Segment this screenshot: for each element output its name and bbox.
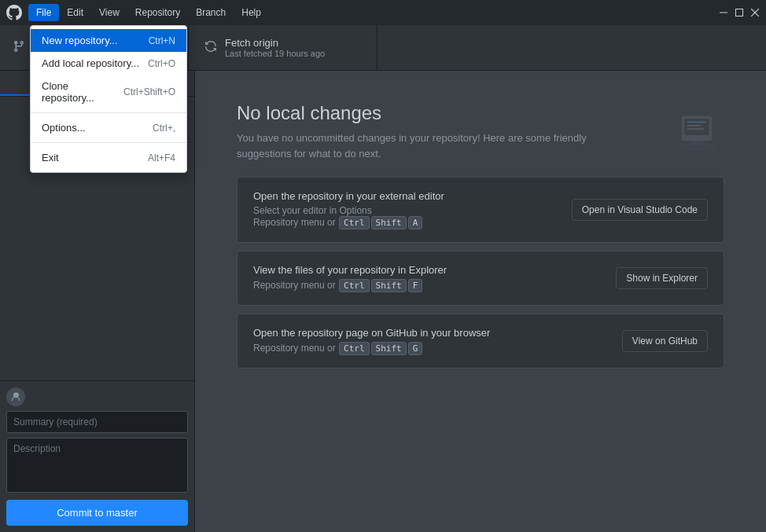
menu-repository[interactable]: Repository <box>127 4 188 21</box>
minimize-button[interactable] <box>719 8 728 17</box>
suggestion-explorer-hint: Repository menu or CtrlShiftF <box>253 279 447 292</box>
fetch-title: Fetch origin <box>225 37 325 49</box>
no-changes-description: You have no uncommitted changes in your … <box>237 130 614 161</box>
fetch-icon <box>204 40 217 55</box>
fetch-info: Fetch origin Last fetched 19 hours ago <box>225 37 325 58</box>
kbd-shift-2: Shift <box>371 279 407 292</box>
menu-divider-1 <box>31 112 186 113</box>
svg-rect-10 <box>690 141 704 144</box>
suggestion-editor-info: Open the repository in your external edi… <box>253 190 444 229</box>
illustration-icon <box>669 102 724 157</box>
menu-divider-2 <box>31 142 186 143</box>
kbd-ctrl: Ctrl <box>339 216 370 229</box>
open-editor-button[interactable]: Open in Visual Studio Code <box>572 199 708 221</box>
commit-description-input[interactable] <box>6 438 188 493</box>
menu-clone[interactable]: Clone repository... Ctrl+Shift+O <box>31 75 186 109</box>
svg-rect-9 <box>687 128 704 130</box>
options-link[interactable]: Options <box>339 205 371 216</box>
suggestion-editor-hint: Select your editor in Options Repository… <box>253 205 444 229</box>
no-changes-title: No local changes <box>237 102 614 124</box>
menu-add-local[interactable]: Add local repository... Ctrl+O <box>31 52 186 75</box>
title-bar-controls <box>719 8 760 17</box>
svg-rect-11 <box>687 144 707 146</box>
suggestion-editor: Open the repository in your external edi… <box>237 177 724 243</box>
commit-author-row <box>6 387 188 406</box>
kbd-shift-3: Shift <box>371 342 407 355</box>
menu-view[interactable]: View <box>91 4 127 21</box>
clone-label: Clone repository... <box>42 80 123 104</box>
close-button[interactable] <box>750 8 760 17</box>
suggestion-explorer: View the files of your repository in Exp… <box>237 251 724 306</box>
suggestion-explorer-title: View the files of your repository in Exp… <box>253 264 447 276</box>
fetch-origin-button[interactable]: Fetch origin Last fetched 19 hours ago <box>189 25 377 70</box>
suggestion-github-info: Open the repository page on GitHub in yo… <box>253 327 490 355</box>
kbd-ctrl-2: Ctrl <box>339 279 370 292</box>
show-explorer-button[interactable]: Show in Explorer <box>616 267 708 289</box>
title-bar-left: File Edit View Repository Branch Help <box>6 4 269 21</box>
kbd-a: A <box>408 216 423 229</box>
branch-icon <box>13 40 25 55</box>
new-repo-shortcut: Ctrl+N <box>149 35 175 46</box>
svg-rect-1 <box>736 9 743 17</box>
kbd-shift: Shift <box>371 216 407 229</box>
suggestion-github: Open the repository page on GitHub in yo… <box>237 314 724 369</box>
menu-exit[interactable]: Exit Alt+F4 <box>31 146 186 169</box>
menu-new-repository[interactable]: New repository... Ctrl+N <box>31 29 186 52</box>
svg-rect-6 <box>684 119 709 135</box>
file-menu-dropdown: New repository... Ctrl+N Add local repos… <box>30 25 187 173</box>
github-logo-icon <box>6 5 22 20</box>
kbd-f: F <box>408 279 423 292</box>
fetch-subtitle: Last fetched 19 hours ago <box>225 49 325 58</box>
add-local-shortcut: Ctrl+O <box>148 58 175 69</box>
svg-rect-7 <box>687 122 707 123</box>
kbd-ctrl-3: Ctrl <box>339 342 370 355</box>
svg-rect-8 <box>687 125 702 127</box>
maximize-button[interactable] <box>735 8 744 17</box>
commit-summary-input[interactable] <box>6 411 188 433</box>
suggestion-editor-title: Open the repository in your external edi… <box>253 190 444 202</box>
add-local-label: Add local repository... <box>42 57 139 69</box>
options-label: Options... <box>42 122 86 134</box>
suggestion-github-hint: Repository menu or CtrlShiftG <box>253 342 490 355</box>
suggestion-explorer-info: View the files of your repository in Exp… <box>253 264 447 292</box>
menu-bar: File Edit View Repository Branch Help <box>28 4 269 21</box>
menu-help[interactable]: Help <box>234 4 269 21</box>
no-changes-header: No local changes You have no uncommitted… <box>237 102 724 161</box>
commit-button[interactable]: Commit to master <box>6 500 188 526</box>
no-changes-text: No local changes You have no uncommitted… <box>237 102 614 161</box>
exit-label: Exit <box>42 152 59 163</box>
menu-edit[interactable]: Edit <box>59 4 91 21</box>
suggestion-github-title: Open the repository page on GitHub in yo… <box>253 327 490 339</box>
title-bar: File Edit View Repository Branch Help <box>0 0 766 25</box>
options-shortcut: Ctrl+, <box>153 123 175 134</box>
menu-branch[interactable]: Branch <box>188 4 234 21</box>
svg-rect-0 <box>720 13 727 13</box>
main-content: No local changes You have no uncommitted… <box>195 71 766 532</box>
view-github-button[interactable]: View on GitHub <box>622 330 708 352</box>
menu-file[interactable]: File <box>28 4 59 21</box>
sidebar-bottom: Commit to master <box>0 380 194 532</box>
new-repo-label: New repository... <box>42 35 118 46</box>
avatar <box>6 387 25 406</box>
menu-options[interactable]: Options... Ctrl+, <box>31 116 186 139</box>
clone-shortcut: Ctrl+Shift+O <box>123 86 175 97</box>
exit-shortcut: Alt+F4 <box>148 152 175 163</box>
kbd-g: G <box>408 342 423 355</box>
